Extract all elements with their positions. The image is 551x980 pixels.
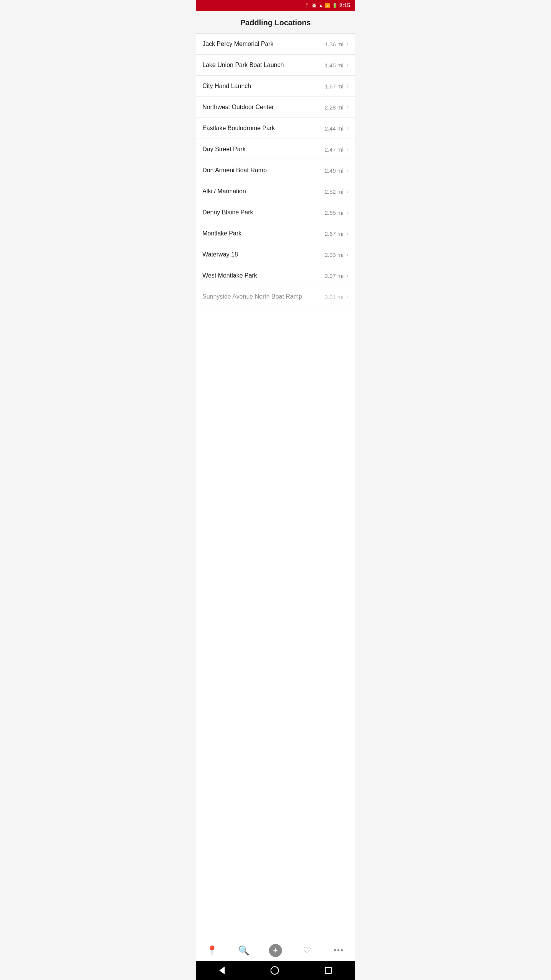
more-icon: •••	[334, 946, 344, 955]
location-name: Montlake Park	[202, 230, 324, 237]
chevron-right-icon: ›	[347, 209, 349, 216]
wifi-status-icon: ▲	[319, 3, 323, 8]
chevron-right-icon: ›	[347, 104, 349, 111]
location-distance: 2.65 mi	[324, 209, 343, 216]
location-distance: 3.01 mi	[324, 294, 343, 300]
item-right-section: 1.45 mi›	[324, 62, 349, 69]
search-icon: 🔍	[238, 945, 249, 956]
chevron-right-icon: ›	[347, 125, 349, 132]
alarm-status-icon: ⏰	[311, 3, 317, 8]
item-right-section: 2.52 mi›	[324, 188, 349, 195]
home-button[interactable]	[271, 966, 279, 975]
chevron-right-icon: ›	[347, 83, 349, 90]
chevron-right-icon: ›	[347, 272, 349, 279]
location-name: West Montlake Park	[202, 272, 324, 279]
chevron-right-icon: ›	[347, 41, 349, 47]
chevron-right-icon: ›	[347, 293, 349, 300]
chevron-right-icon: ›	[347, 230, 349, 237]
item-right-section: 2.67 mi›	[324, 230, 349, 237]
list-item[interactable]: Day Street Park2.47 mi›	[196, 139, 355, 160]
bottom-nav: 📍 🔍 + ♡ •••	[196, 938, 355, 961]
item-right-section: 1.36 mi›	[324, 41, 349, 47]
location-distance: 2.49 mi	[324, 167, 343, 174]
list-item[interactable]: Alki / Marination2.52 mi›	[196, 181, 355, 202]
location-name: Waterway 18	[202, 251, 324, 258]
location-distance: 2.47 mi	[324, 146, 343, 153]
status-icons: 📍 ⏰ ▲ 📶 🔋 2:15	[304, 2, 350, 8]
item-right-section: 2.28 mi›	[324, 104, 349, 111]
item-right-section: 1.67 mi›	[324, 83, 349, 90]
chevron-right-icon: ›	[347, 167, 349, 174]
map-pin-icon: 📍	[206, 945, 218, 956]
location-distance: 2.97 mi	[324, 273, 343, 279]
nav-search[interactable]: 🔍	[228, 945, 260, 956]
location-distance: 1.67 mi	[324, 83, 343, 90]
chevron-right-icon: ›	[347, 188, 349, 195]
location-status-icon: 📍	[304, 3, 310, 8]
location-distance: 2.28 mi	[324, 104, 343, 111]
location-distance: 2.52 mi	[324, 188, 343, 195]
location-name: Alki / Marination	[202, 188, 324, 195]
list-item[interactable]: Eastlake Boulodrome Park2.44 mi›	[196, 118, 355, 139]
chevron-right-icon: ›	[347, 251, 349, 258]
location-distance: 2.67 mi	[324, 230, 343, 237]
location-name: City Hand Launch	[202, 83, 324, 90]
location-distance: 1.45 mi	[324, 62, 343, 69]
location-name: Eastlake Boulodrome Park	[202, 125, 324, 132]
nav-favorites[interactable]: ♡	[291, 945, 323, 956]
list-item[interactable]: Lake Union Park Boat Launch1.45 mi›	[196, 55, 355, 76]
location-name: Denny Blaine Park	[202, 209, 324, 216]
header: Paddling Locations	[196, 11, 355, 34]
android-nav-bar	[196, 961, 355, 980]
item-right-section: 2.97 mi›	[324, 272, 349, 279]
item-right-section: 2.49 mi›	[324, 167, 349, 174]
list-item[interactable]: Denny Blaine Park2.65 mi›	[196, 202, 355, 223]
location-distance: 2.44 mi	[324, 125, 343, 132]
item-right-section: 3.01 mi›	[324, 293, 349, 300]
location-name: Northwest Outdoor Center	[202, 104, 324, 111]
list-item[interactable]: Waterway 182.93 mi›	[196, 244, 355, 265]
chevron-right-icon: ›	[347, 62, 349, 69]
item-right-section: 2.44 mi›	[324, 125, 349, 132]
list-item[interactable]: Northwest Outdoor Center2.28 mi›	[196, 97, 355, 118]
list-item[interactable]: City Hand Launch1.67 mi›	[196, 76, 355, 97]
list-item[interactable]: Montlake Park2.67 mi›	[196, 223, 355, 244]
location-distance: 2.93 mi	[324, 252, 343, 258]
location-distance: 1.36 mi	[324, 41, 343, 47]
list-item[interactable]: Sunnyside Avenue North Boat Ramp3.01 mi›	[196, 286, 355, 307]
location-name: Lake Union Park Boat Launch	[202, 62, 324, 69]
back-button[interactable]	[219, 967, 225, 974]
status-bar: 📍 ⏰ ▲ 📶 🔋 2:15	[196, 0, 355, 11]
add-icon: +	[269, 944, 282, 957]
recents-button[interactable]	[325, 967, 332, 974]
list-item[interactable]: Jack Percy Memorial Park1.36 mi›	[196, 34, 355, 55]
location-name: Jack Percy Memorial Park	[202, 41, 324, 47]
item-right-section: 2.47 mi›	[324, 146, 349, 153]
list-item[interactable]: Don Armeni Boat Ramp2.49 mi›	[196, 160, 355, 181]
item-right-section: 2.93 mi›	[324, 251, 349, 258]
nav-more[interactable]: •••	[323, 946, 355, 955]
locations-list: Jack Percy Memorial Park1.36 mi›Lake Uni…	[196, 34, 355, 938]
signal-status-icon: 📶	[325, 3, 330, 8]
nav-add[interactable]: +	[260, 944, 292, 957]
item-right-section: 2.65 mi›	[324, 209, 349, 216]
page-title: Paddling Locations	[202, 18, 349, 27]
chevron-right-icon: ›	[347, 146, 349, 153]
nav-map[interactable]: 📍	[196, 945, 228, 956]
location-name: Day Street Park	[202, 146, 324, 153]
location-name: Sunnyside Avenue North Boat Ramp	[202, 293, 324, 300]
heart-icon: ♡	[303, 945, 311, 956]
battery-status-icon: 🔋	[332, 3, 337, 8]
location-name: Don Armeni Boat Ramp	[202, 167, 324, 174]
list-item[interactable]: West Montlake Park2.97 mi›	[196, 265, 355, 286]
status-time: 2:15	[339, 2, 350, 8]
